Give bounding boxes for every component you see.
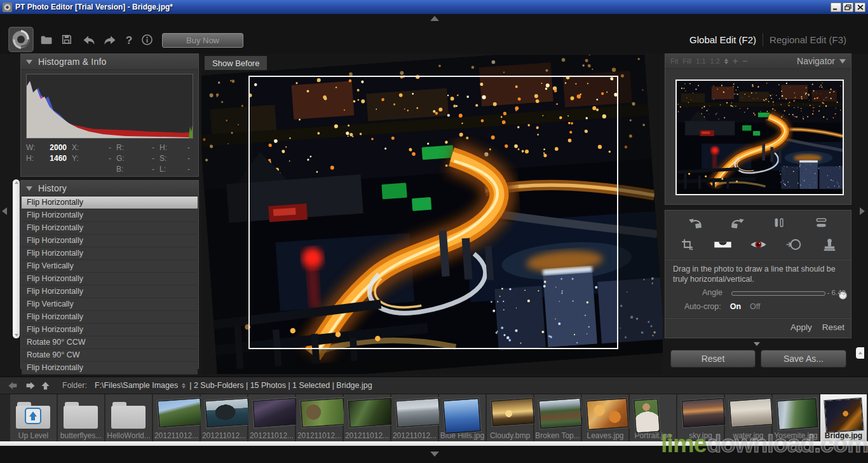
undo-icon[interactable]	[81, 33, 97, 48]
info-label: R:	[111, 143, 129, 152]
history-item[interactable]: Flip Vertically	[22, 298, 198, 311]
navigator-title-wrap[interactable]: Navigator	[797, 56, 846, 66]
filmstrip-item[interactable]: Blue Hills.jpg	[439, 394, 485, 441]
filmstrip-item[interactable]: 201211012...	[391, 394, 438, 441]
scroll-down-icon[interactable]	[15, 334, 18, 336]
collapse-bottom-arrow[interactable]	[430, 452, 439, 457]
tools-row-2	[665, 237, 851, 254]
folder-icon	[111, 402, 147, 430]
collapse-left-panel-arrow[interactable]	[2, 207, 7, 215]
history-item[interactable]: Flip Horizontally	[22, 247, 198, 260]
history-item[interactable]: Rotate 90° CCW	[22, 336, 198, 349]
flip-horizontal-tool[interactable]	[768, 216, 790, 232]
filmstrip-item-label: Leaves.jpg	[587, 431, 623, 441]
buy-now-button[interactable]: Buy Now	[162, 33, 243, 48]
history-item[interactable]: Rotate 90° CW	[22, 349, 198, 362]
histogram-panel-header[interactable]: Histogram & Info	[21, 54, 198, 70]
info-label: S:	[154, 154, 171, 163]
crop-tool[interactable]	[676, 237, 698, 254]
tool-reset-button[interactable]: Reset	[822, 322, 844, 332]
info-value: -	[129, 165, 154, 174]
right-panel-scroll-button[interactable]	[856, 347, 864, 359]
history-panel: History Flip HorizontallyFlip Horizontal…	[20, 180, 199, 369]
zoom-in-button[interactable]: +	[733, 56, 738, 66]
filmstrip-item[interactable]: 201211012...	[201, 394, 247, 441]
zoom-option-1-1[interactable]: 1:1	[696, 57, 705, 65]
history-item[interactable]: Flip Horizontally	[22, 273, 198, 286]
history-item[interactable]: Flip Horizontally	[22, 286, 198, 298]
nav-up-icon[interactable]	[41, 381, 52, 390]
panel-scroll-hint-icon[interactable]	[754, 342, 760, 346]
left-panel-scrollbar[interactable]	[13, 179, 20, 338]
tools-row-1	[665, 216, 851, 232]
filmstrip-item[interactable]: Broken Top...	[534, 394, 581, 441]
autocrop-off-option[interactable]: Off	[750, 302, 760, 311]
history-item[interactable]: Flip Horizontally	[22, 311, 198, 324]
filmstrip-item[interactable]: HelloWorld...	[105, 394, 152, 441]
reset-button[interactable]: Reset	[670, 350, 756, 368]
navigator-thumbnail[interactable]	[675, 79, 844, 195]
scroll-up-icon[interactable]	[15, 181, 18, 184]
red-eye-tool[interactable]	[747, 237, 769, 254]
tab-global-edit[interactable]: Global Edit (F2)	[683, 33, 763, 46]
minimize-button[interactable]	[831, 3, 841, 12]
clone-stamp-tool[interactable]	[818, 237, 840, 254]
autocrop-on-option[interactable]: On	[730, 302, 741, 311]
collapse-right-panel-arrow[interactable]	[860, 207, 865, 215]
app-aperture-logo-icon	[8, 27, 34, 52]
info-icon[interactable]	[140, 33, 156, 48]
filmstrip-item[interactable]: 201211012...	[153, 394, 200, 441]
history-item[interactable]: Flip Horizontally	[22, 324, 198, 336]
crop-rectangle[interactable]	[248, 76, 618, 349]
straighten-tool[interactable]	[712, 237, 733, 254]
photo-canvas[interactable]	[201, 55, 663, 374]
nav-forward-icon[interactable]	[24, 381, 36, 390]
folder-path[interactable]: F:\Files\Sample Images	[95, 381, 178, 390]
angle-slider[interactable]	[731, 291, 825, 296]
window-controls	[831, 3, 865, 12]
restore-button[interactable]	[843, 3, 853, 12]
folder-spinner-icon[interactable]	[182, 383, 186, 389]
history-panel-header[interactable]: History	[21, 181, 198, 197]
zoom-out-button[interactable]: −	[742, 56, 747, 66]
filmstrip-item[interactable]: Up Level	[10, 394, 57, 441]
filmstrip-item[interactable]: Leaves.jpg	[582, 394, 628, 441]
rotate-cw-tool[interactable]	[726, 216, 748, 232]
spot-removal-tool[interactable]	[783, 237, 804, 254]
history-item[interactable]: Flip Horizontally	[22, 209, 198, 222]
history-item[interactable]: Flip Horizontally	[22, 362, 198, 375]
open-folder-icon[interactable]	[39, 33, 55, 48]
filmstrip-item[interactable]: 201211012...	[248, 394, 295, 441]
show-before-button[interactable]: Show Before	[205, 56, 267, 70]
filmstrip-item[interactable]: Cloudy.bmp	[487, 394, 533, 441]
redo-icon[interactable]	[102, 33, 118, 48]
zoom-option-fit[interactable]: Fit	[670, 57, 678, 65]
save-as-button[interactable]: Save As...	[761, 350, 846, 368]
rotate-ccw-tool[interactable]	[684, 216, 706, 232]
history-item[interactable]: Flip Horizontally	[22, 222, 198, 235]
flip-vertical-tool[interactable]	[810, 216, 832, 232]
info-label: L:	[154, 165, 171, 174]
history-item[interactable]: Flip Horizontally	[22, 197, 198, 209]
history-item[interactable]: Flip Horizontally	[22, 235, 198, 247]
zoom-option-1-2[interactable]: 1:2	[710, 57, 720, 65]
folder-status-bar: Folder: F:\Files\Sample Images | 2 Sub-F…	[0, 377, 868, 394]
zoom-option-fill[interactable]: Fill	[682, 57, 691, 65]
collapse-top-arrow[interactable]	[430, 16, 439, 21]
zoom-spinner-icon[interactable]	[724, 59, 728, 64]
history-item[interactable]: Flip Vertically	[22, 260, 198, 273]
collapse-triangle-icon	[26, 186, 32, 191]
apply-button[interactable]: Apply	[790, 322, 812, 332]
angle-label: Angle	[702, 288, 722, 297]
info-label: Y:	[67, 154, 85, 163]
nav-back-icon[interactable]	[8, 381, 19, 390]
help-icon[interactable]: ?	[122, 33, 137, 48]
save-icon[interactable]	[60, 33, 76, 48]
filmstrip-item[interactable]: 201211012...	[344, 394, 390, 441]
tab-regional-edit[interactable]: Regional Edit (F3)	[763, 33, 853, 46]
filmstrip-item[interactable]: butterflyes...	[58, 394, 104, 441]
info-value: -	[129, 143, 154, 152]
close-button[interactable]	[855, 3, 865, 12]
filmstrip-item[interactable]: 201211012...	[296, 394, 342, 441]
rotate-ccw-icon	[687, 216, 704, 233]
